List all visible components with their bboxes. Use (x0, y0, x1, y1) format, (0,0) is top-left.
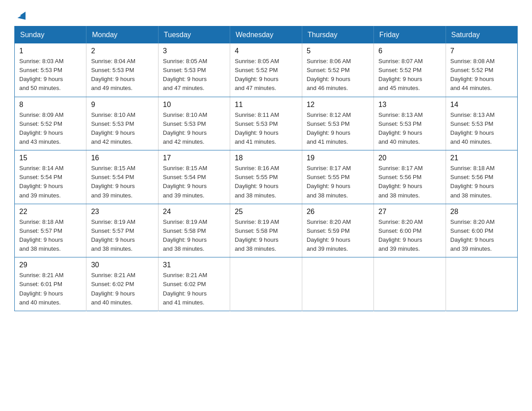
day-info: Sunrise: 8:08 AM Sunset: 5:52 PM Dayligh… (450, 57, 513, 93)
day-header-saturday: Saturday (446, 26, 517, 44)
day-header-monday: Monday (86, 26, 158, 44)
day-number: 22 (19, 208, 82, 216)
day-number: 9 (91, 101, 153, 109)
day-info: Sunrise: 8:17 AM Sunset: 5:55 PM Dayligh… (307, 164, 369, 200)
calendar-cell: 19 Sunrise: 8:17 AM Sunset: 5:55 PM Dayl… (302, 150, 373, 204)
calendar-cell: 2 Sunrise: 8:04 AM Sunset: 5:53 PM Dayli… (86, 43, 158, 97)
calendar-cell: 17 Sunrise: 8:15 AM Sunset: 5:54 PM Dayl… (158, 150, 230, 204)
calendar-cell: 3 Sunrise: 8:05 AM Sunset: 5:53 PM Dayli… (158, 43, 230, 97)
day-number: 11 (235, 101, 297, 109)
calendar-cell: 22 Sunrise: 8:18 AM Sunset: 5:57 PM Dayl… (15, 204, 86, 257)
page-header (14, 11, 518, 17)
day-number: 1 (19, 47, 82, 55)
day-number: 15 (19, 154, 82, 162)
calendar-cell: 13 Sunrise: 8:13 AM Sunset: 5:53 PM Dayl… (374, 97, 446, 150)
day-number: 13 (378, 101, 441, 109)
day-info: Sunrise: 8:05 AM Sunset: 5:53 PM Dayligh… (163, 57, 225, 93)
day-number: 18 (235, 154, 297, 162)
day-number: 23 (91, 208, 153, 216)
day-number: 3 (163, 47, 225, 55)
day-number: 19 (307, 154, 369, 162)
day-number: 17 (163, 154, 225, 162)
day-number: 21 (450, 154, 513, 162)
calendar-cell: 28 Sunrise: 8:20 AM Sunset: 6:00 PM Dayl… (446, 204, 517, 257)
calendar-cell (302, 257, 373, 311)
day-info: Sunrise: 8:21 AM Sunset: 6:02 PM Dayligh… (91, 271, 153, 307)
calendar-cell (374, 257, 446, 311)
calendar-cell: 29 Sunrise: 8:21 AM Sunset: 6:01 PM Dayl… (15, 257, 86, 311)
day-number: 5 (307, 47, 369, 55)
calendar-cell: 6 Sunrise: 8:07 AM Sunset: 5:52 PM Dayli… (374, 43, 446, 97)
day-number: 30 (91, 261, 153, 269)
day-info: Sunrise: 8:11 AM Sunset: 5:53 PM Dayligh… (235, 111, 297, 147)
day-info: Sunrise: 8:13 AM Sunset: 5:53 PM Dayligh… (450, 111, 513, 147)
calendar-cell: 20 Sunrise: 8:17 AM Sunset: 5:56 PM Dayl… (374, 150, 446, 204)
day-number: 14 (450, 101, 513, 109)
calendar-cell: 16 Sunrise: 8:15 AM Sunset: 5:54 PM Dayl… (86, 150, 158, 204)
calendar-week-4: 22 Sunrise: 8:18 AM Sunset: 5:57 PM Dayl… (15, 204, 518, 257)
day-info: Sunrise: 8:04 AM Sunset: 5:53 PM Dayligh… (91, 57, 153, 93)
day-number: 26 (307, 208, 369, 216)
day-info: Sunrise: 8:21 AM Sunset: 6:02 PM Dayligh… (163, 271, 225, 307)
calendar-cell: 9 Sunrise: 8:10 AM Sunset: 5:53 PM Dayli… (86, 97, 158, 150)
calendar-week-3: 15 Sunrise: 8:14 AM Sunset: 5:54 PM Dayl… (15, 150, 518, 204)
day-number: 28 (450, 208, 513, 216)
day-number: 24 (163, 208, 225, 216)
day-number: 31 (163, 261, 225, 269)
day-header-tuesday: Tuesday (158, 26, 230, 44)
day-info: Sunrise: 8:16 AM Sunset: 5:55 PM Dayligh… (235, 164, 297, 200)
calendar-cell: 14 Sunrise: 8:13 AM Sunset: 5:53 PM Dayl… (446, 97, 517, 150)
day-number: 7 (450, 47, 513, 55)
calendar-cell: 18 Sunrise: 8:16 AM Sunset: 5:55 PM Dayl… (230, 150, 302, 204)
day-info: Sunrise: 8:03 AM Sunset: 5:53 PM Dayligh… (19, 57, 82, 93)
day-info: Sunrise: 8:12 AM Sunset: 5:53 PM Dayligh… (307, 111, 369, 147)
calendar-cell: 21 Sunrise: 8:18 AM Sunset: 5:56 PM Dayl… (446, 150, 517, 204)
day-info: Sunrise: 8:17 AM Sunset: 5:56 PM Dayligh… (378, 164, 441, 200)
day-number: 4 (235, 47, 297, 55)
day-number: 25 (235, 208, 297, 216)
day-info: Sunrise: 8:07 AM Sunset: 5:52 PM Dayligh… (378, 57, 441, 93)
day-number: 16 (91, 154, 153, 162)
day-number: 12 (307, 101, 369, 109)
day-info: Sunrise: 8:15 AM Sunset: 5:54 PM Dayligh… (163, 164, 225, 200)
day-info: Sunrise: 8:20 AM Sunset: 6:00 PM Dayligh… (450, 218, 513, 254)
day-info: Sunrise: 8:06 AM Sunset: 5:52 PM Dayligh… (307, 57, 369, 93)
day-info: Sunrise: 8:18 AM Sunset: 5:56 PM Dayligh… (450, 164, 513, 200)
day-info: Sunrise: 8:05 AM Sunset: 5:52 PM Dayligh… (235, 57, 297, 93)
day-header-wednesday: Wednesday (230, 26, 302, 44)
calendar-cell: 15 Sunrise: 8:14 AM Sunset: 5:54 PM Dayl… (15, 150, 86, 204)
day-info: Sunrise: 8:14 AM Sunset: 5:54 PM Dayligh… (19, 164, 82, 200)
calendar-cell: 25 Sunrise: 8:19 AM Sunset: 5:58 PM Dayl… (230, 204, 302, 257)
calendar-cell: 10 Sunrise: 8:10 AM Sunset: 5:53 PM Dayl… (158, 97, 230, 150)
day-info: Sunrise: 8:10 AM Sunset: 5:53 PM Dayligh… (91, 111, 153, 147)
day-header-thursday: Thursday (302, 26, 373, 44)
calendar-cell: 11 Sunrise: 8:11 AM Sunset: 5:53 PM Dayl… (230, 97, 302, 150)
day-info: Sunrise: 8:10 AM Sunset: 5:53 PM Dayligh… (163, 111, 225, 147)
day-info: Sunrise: 8:19 AM Sunset: 5:58 PM Dayligh… (163, 218, 225, 254)
calendar-header-row: SundayMondayTuesdayWednesdayThursdayFrid… (15, 26, 518, 44)
calendar-week-2: 8 Sunrise: 8:09 AM Sunset: 5:52 PM Dayli… (15, 97, 518, 150)
calendar-cell: 5 Sunrise: 8:06 AM Sunset: 5:52 PM Dayli… (302, 43, 373, 97)
day-number: 20 (378, 154, 441, 162)
day-number: 6 (378, 47, 441, 55)
calendar-cell: 31 Sunrise: 8:21 AM Sunset: 6:02 PM Dayl… (158, 257, 230, 311)
day-number: 2 (91, 47, 153, 55)
day-number: 10 (163, 101, 225, 109)
day-info: Sunrise: 8:21 AM Sunset: 6:01 PM Dayligh… (19, 271, 82, 307)
day-number: 27 (378, 208, 441, 216)
calendar-cell: 7 Sunrise: 8:08 AM Sunset: 5:52 PM Dayli… (446, 43, 517, 97)
day-info: Sunrise: 8:09 AM Sunset: 5:52 PM Dayligh… (19, 111, 82, 147)
day-header-sunday: Sunday (15, 26, 86, 44)
logo-arrow-icon (16, 10, 26, 20)
day-info: Sunrise: 8:20 AM Sunset: 6:00 PM Dayligh… (378, 218, 441, 254)
day-header-friday: Friday (374, 26, 446, 44)
day-info: Sunrise: 8:18 AM Sunset: 5:57 PM Dayligh… (19, 218, 82, 254)
calendar-cell: 23 Sunrise: 8:19 AM Sunset: 5:57 PM Dayl… (86, 204, 158, 257)
calendar-cell: 1 Sunrise: 8:03 AM Sunset: 5:53 PM Dayli… (15, 43, 86, 97)
day-info: Sunrise: 8:15 AM Sunset: 5:54 PM Dayligh… (91, 164, 153, 200)
calendar-cell: 12 Sunrise: 8:12 AM Sunset: 5:53 PM Dayl… (302, 97, 373, 150)
calendar-cell: 8 Sunrise: 8:09 AM Sunset: 5:52 PM Dayli… (15, 97, 86, 150)
calendar-cell: 30 Sunrise: 8:21 AM Sunset: 6:02 PM Dayl… (86, 257, 158, 311)
calendar-cell: 4 Sunrise: 8:05 AM Sunset: 5:52 PM Dayli… (230, 43, 302, 97)
calendar-cell (446, 257, 517, 311)
